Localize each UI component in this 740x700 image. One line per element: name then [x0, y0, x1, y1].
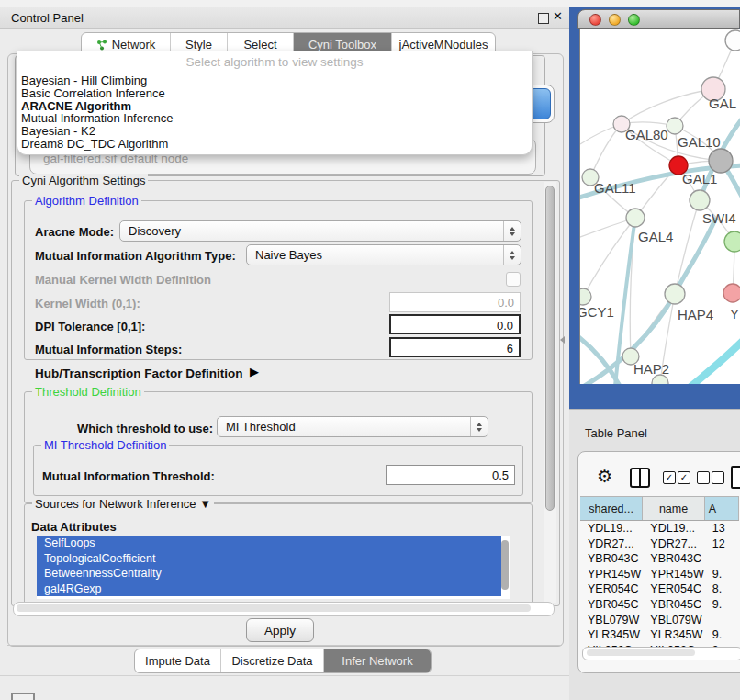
- scrollbar-thumb[interactable]: [587, 649, 695, 656]
- select-all-checkbox-icon[interactable]: ✓: [663, 471, 676, 484]
- attribute-list-item[interactable]: gal4RGexp: [37, 581, 501, 597]
- settings-gear-icon[interactable]: ⚙: [597, 468, 612, 485]
- tab-discretize-data[interactable]: Discretize Data: [221, 649, 324, 672]
- network-node-y[interactable]: [723, 284, 740, 302]
- manual-kernel-checkbox[interactable]: [506, 272, 521, 287]
- table-row[interactable]: YDR27...YDR27...12: [580, 536, 739, 552]
- table-cell[interactable]: YBL079W: [580, 613, 643, 628]
- table-horizontal-scrollbar[interactable]: [582, 647, 740, 660]
- document-icon[interactable]: [731, 466, 740, 489]
- network-node[interactable]: [725, 30, 740, 51]
- node-attribute-table[interactable]: shared... name A YDL19...YDL19...13YDR27…: [580, 496, 739, 658]
- control-panel-titlebar: Control Panel ✕: [0, 7, 569, 29]
- close-icon[interactable]: ✕: [553, 9, 563, 23]
- table-cell[interactable]: YBR043C: [580, 551, 643, 567]
- table-cell[interactable]: YLR345W: [580, 627, 643, 643]
- table-row[interactable]: YLR345WYLR345W9.: [580, 627, 739, 643]
- table-cell[interactable]: YDL19...: [580, 521, 643, 536]
- network-node-gcy1[interactable]: [580, 288, 591, 305]
- table-cell[interactable]: 9.: [705, 597, 739, 613]
- algorithm-option[interactable]: ARACNE Algorithm: [21, 100, 528, 113]
- node-label: GAL11: [594, 180, 636, 196]
- float-panel-icon[interactable]: [538, 13, 549, 24]
- node-label: GAL: [709, 96, 736, 111]
- table-cell[interactable]: 9.: [705, 567, 739, 582]
- attribute-list-item[interactable]: TopologicalCoefficient: [37, 551, 501, 567]
- zoom-window-icon[interactable]: [628, 14, 640, 26]
- network-node-gal10[interactable]: [667, 118, 683, 134]
- node-label: HAP4: [678, 307, 713, 322]
- column-header-partial[interactable]: A: [705, 497, 739, 520]
- network-node-swi4[interactable]: [690, 190, 710, 210]
- table-cell[interactable]: 9.: [705, 627, 739, 643]
- table-cell[interactable]: YLR345W: [643, 627, 704, 643]
- table-row[interactable]: YBL079WYBL079W: [580, 613, 739, 628]
- table-cell[interactable]: YPR145W: [643, 567, 704, 582]
- deselect-all-checkbox-icon[interactable]: [712, 471, 724, 484]
- algorithm-option[interactable]: Mutual Information Inference: [21, 112, 528, 125]
- tab-infer-network[interactable]: Infer Network: [324, 649, 431, 672]
- table-row[interactable]: YDL19...YDL19...13: [580, 521, 739, 536]
- network-node-hap4[interactable]: [665, 284, 685, 304]
- attribute-list-item[interactable]: BetweennessCentrality: [37, 566, 501, 581]
- scrollbar-thumb[interactable]: [17, 604, 531, 612]
- column-header-shared-name[interactable]: shared...: [580, 497, 643, 520]
- table-cell[interactable]: YDR27...: [643, 536, 704, 552]
- attribute-list-item[interactable]: SelfLoops: [37, 536, 501, 551]
- expand-arrow-icon[interactable]: ▶: [250, 365, 259, 378]
- close-window-icon[interactable]: [589, 14, 601, 26]
- list-scrollbar-thumb[interactable]: [501, 540, 509, 590]
- divider: [0, 675, 569, 676]
- table-row[interactable]: YPR145WYPR145W9.: [580, 567, 739, 582]
- algorithm-option[interactable]: Bayesian - K2: [21, 125, 528, 138]
- table-cell[interactable]: YPR145W: [580, 567, 643, 582]
- apply-button[interactable]: Apply: [246, 618, 314, 642]
- table-cell[interactable]: [705, 613, 739, 628]
- dpi-tolerance-field[interactable]: 0.0: [389, 314, 521, 334]
- which-threshold-select[interactable]: MI Threshold: [217, 416, 488, 437]
- minimize-window-icon[interactable]: [609, 14, 621, 26]
- table-cell[interactable]: YBR045C: [580, 597, 643, 613]
- table-row[interactable]: YBR043CYBR043C: [580, 551, 739, 567]
- algorithm-option[interactable]: Bayesian - Hill Climbing: [21, 74, 528, 87]
- mi-type-select[interactable]: Naive Bayes: [246, 244, 521, 265]
- algorithm-option[interactable]: Dream8 DC_TDC Algorithm: [21, 138, 528, 151]
- panel-collapse-arrow-icon[interactable]: [560, 336, 565, 344]
- scrollbar-thumb[interactable]: [545, 186, 555, 511]
- network-node[interactable]: [724, 231, 740, 252]
- table-cell[interactable]: 13: [705, 521, 739, 536]
- split-columns-icon[interactable]: [630, 468, 650, 488]
- data-attributes-list[interactable]: SelfLoopsTopologicalCoefficientBetweenne…: [37, 536, 510, 599]
- table-cell[interactable]: YBL079W: [643, 613, 704, 628]
- table-cell[interactable]: YBR043C: [643, 551, 704, 567]
- network-node[interactable]: [709, 149, 733, 173]
- table-cell[interactable]: 8.: [705, 581, 739, 597]
- table-row[interactable]: YER054CYER054C8.: [580, 581, 739, 597]
- table-cell[interactable]: YBR045C: [643, 597, 704, 613]
- settings-horizontal-scrollbar[interactable]: [13, 602, 555, 616]
- minimized-panel-icon[interactable]: [11, 693, 35, 700]
- table-cell[interactable]: 12: [705, 536, 739, 552]
- mi-steps-field[interactable]: 6: [389, 337, 521, 357]
- mi-threshold-field[interactable]: 0.5: [386, 465, 515, 485]
- network-window-titlebar[interactable]: [577, 9, 740, 29]
- table-cell[interactable]: YDR27...: [580, 536, 643, 552]
- column-header-name[interactable]: name: [643, 497, 704, 520]
- node-label: GAL4: [638, 229, 673, 244]
- table-row[interactable]: YBR045CYBR045C9.: [580, 597, 739, 613]
- algorithm-option[interactable]: Basic Correlation Inference: [21, 87, 528, 100]
- settings-vertical-scrollbar[interactable]: [544, 182, 556, 603]
- network-node-gal4[interactable]: [626, 209, 645, 227]
- table-cell[interactable]: YER054C: [643, 581, 704, 597]
- tab-label: Discretize Data: [231, 654, 312, 668]
- kernel-width-field[interactable]: 0.0: [389, 292, 521, 312]
- network-view-canvas[interactable]: GALGAL80GAL10GAL1GAL11SWI4GAL4GCY1HAP4YH…: [579, 29, 740, 384]
- table-cell[interactable]: YDL19...: [643, 521, 704, 536]
- select-all-checkbox-icon[interactable]: ✓: [678, 471, 690, 484]
- aracne-mode-select[interactable]: Discovery: [119, 220, 521, 242]
- table-cell[interactable]: [705, 551, 739, 567]
- table-cell[interactable]: YER054C: [580, 581, 643, 597]
- collapse-arrow-icon[interactable]: ▼: [199, 497, 211, 511]
- tab-impute-data[interactable]: Impute Data: [135, 649, 221, 672]
- deselect-all-checkbox-icon[interactable]: [697, 471, 710, 484]
